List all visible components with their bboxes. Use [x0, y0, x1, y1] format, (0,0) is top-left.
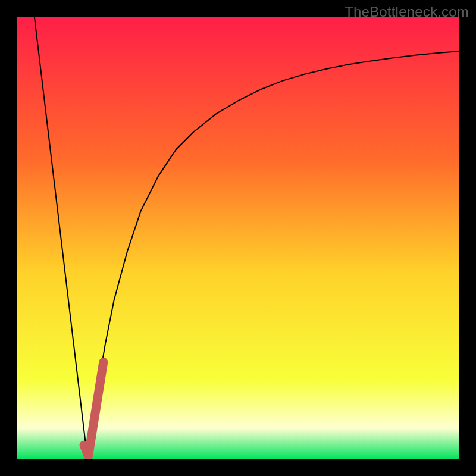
bottleneck-chart [17, 17, 459, 459]
chart-frame: TheBottleneck.com [0, 0, 476, 476]
gradient-background [17, 17, 459, 459]
watermark-text: TheBottleneck.com [345, 4, 469, 20]
plot-area [17, 17, 459, 459]
